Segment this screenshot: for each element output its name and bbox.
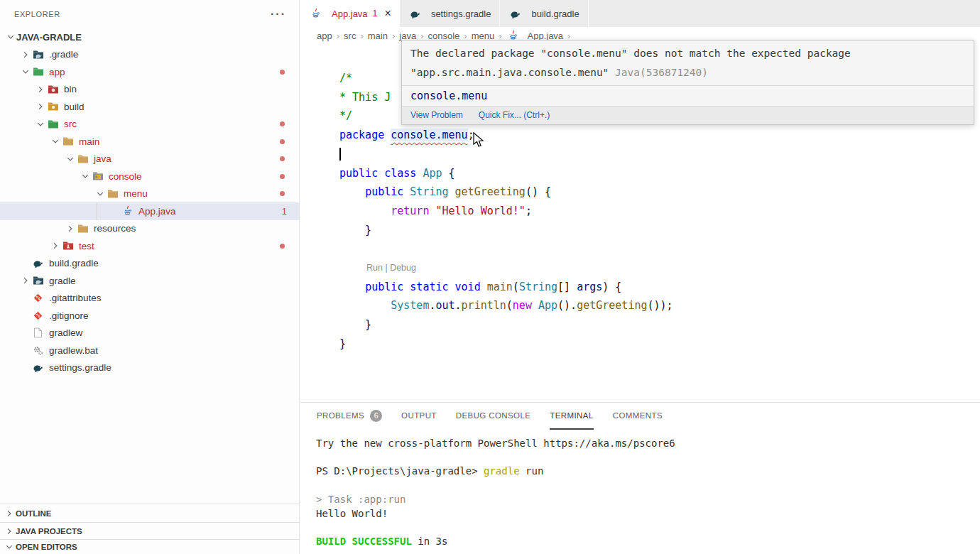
code-token: () { (526, 185, 551, 198)
tree-item-gitattributes[interactable]: .gitattributes (0, 290, 299, 308)
terminal-line: BUILD SUCCESSFUL in 3s (316, 535, 980, 549)
tree-item-test[interactable]: test (0, 237, 299, 255)
chevron-right-icon (64, 224, 76, 233)
debug-link[interactable]: Debug (390, 263, 416, 273)
error-dot-badge (280, 156, 285, 161)
tree-item-label: test (79, 241, 94, 251)
code-line: package console.menu; (339, 126, 980, 145)
code-token: ; (526, 205, 532, 217)
close-icon[interactable]: × (385, 8, 391, 19)
tab-build-gradle[interactable]: build.gradle (500, 0, 588, 27)
tree-item-menu[interactable]: menu (0, 185, 299, 203)
indent-guide (97, 202, 97, 220)
more-actions-icon[interactable]: ··· (271, 8, 286, 21)
terminal-text: gradle (484, 465, 520, 477)
error-message-line2: "app.src.main.java.console.menu" (410, 67, 609, 78)
tree-item-app-java[interactable]: App.java1 (0, 202, 299, 220)
panel-tab-problems[interactable]: PROBLEMS6 (317, 403, 382, 430)
sidebar-section-outline[interactable]: OUTLINE (0, 504, 299, 522)
error-dot-badge (280, 70, 285, 75)
explorer-header: EXPLORER ··· (0, 0, 299, 28)
terminal-text: PS D:\Projects\java-gradle> (316, 465, 484, 477)
tree-item-gradle[interactable]: .gradle (0, 46, 299, 64)
file-tree: JAVA-GRADLE.gradleappbinbuildsrcmainjava… (0, 28, 299, 376)
tree-item-label: App.java (138, 206, 176, 217)
breadcrumb-item-main[interactable]: main (368, 31, 388, 41)
error-hover-popup: The declared package "console.menu" does… (401, 40, 974, 125)
related-package[interactable]: console.menu (402, 85, 974, 106)
tab-label: settings.gradle (431, 9, 491, 19)
panel-tab-debug-console[interactable]: DEBUG CONSOLE (456, 403, 531, 430)
tree-item-gradle[interactable]: gradle (0, 272, 299, 290)
tree-item-settings-gradle[interactable]: settings.gradle (0, 359, 299, 377)
sidebar-section-open-editors[interactable]: OPEN EDITORS (0, 539, 299, 554)
code-token: App (423, 167, 442, 180)
folder-icon (61, 136, 75, 146)
tab-settings-gradle[interactable]: settings.gradle (400, 0, 501, 27)
view-problem-link[interactable]: View Problem (410, 110, 463, 120)
src-folder-icon (46, 119, 60, 129)
tree-item-label: .gitignore (49, 310, 89, 321)
terminal-text: in 3s (412, 536, 448, 547)
git-file-icon (31, 293, 45, 303)
tree-item-src[interactable]: src (0, 116, 299, 134)
code-token: String (519, 281, 557, 293)
code-token: ()); (648, 299, 673, 312)
tree-item-java-gradle[interactable]: JAVA-GRADLE (0, 28, 299, 46)
code-token: { (442, 167, 455, 180)
chevron-right-icon (3, 509, 16, 518)
error-message-line1: The declared package "console.menu" does… (410, 48, 851, 59)
section-label: JAVA PROJECTS (16, 527, 82, 536)
tree-item-label: JAVA-GRADLE (16, 32, 82, 43)
code-token: return (391, 205, 429, 217)
chevron-down-icon (94, 190, 106, 198)
panel-tab-terminal[interactable]: TERMINAL (550, 403, 593, 430)
tree-item-main[interactable]: main (0, 133, 299, 151)
tree-item-label: console (109, 171, 142, 182)
breadcrumb-item-app[interactable]: app (317, 31, 332, 41)
tab-app-java[interactable]: App.java1× (300, 0, 400, 27)
tree-item-gradlew-bat[interactable]: gradlew.bat (0, 342, 299, 359)
terminal-text: > Task :app:run (316, 494, 405, 505)
quick-fix-link[interactable]: Quick Fix... (Ctrl+.) (479, 110, 550, 120)
panel-tab-output[interactable]: OUTPUT (401, 403, 437, 430)
tree-item-resources[interactable]: resources (0, 220, 299, 238)
code-token: args (577, 281, 602, 293)
code-line: System.out.println(new App().getGreeting… (339, 296, 980, 315)
breadcrumb-label: app (317, 31, 332, 41)
tree-item-build[interactable]: build (0, 98, 299, 116)
tree-item-label: settings.gradle (49, 362, 111, 373)
code-line: public String getGreeting() { (339, 183, 980, 202)
popup-action-bar: View ProblemQuick Fix... (Ctrl+.) (402, 106, 974, 124)
tree-item-java[interactable]: java (0, 151, 299, 168)
tree-item-console[interactable]: console (0, 168, 299, 185)
terminal-line (316, 521, 980, 535)
tree-item-build-gradle[interactable]: build.gradle (0, 255, 299, 273)
code-token: out (435, 299, 454, 312)
panel-tab-comments[interactable]: COMMENTS (613, 403, 663, 430)
gradle-folder-icon (31, 276, 45, 286)
terminal-line: PS D:\Projects\java-gradle> gradle run (316, 465, 980, 479)
code-token (403, 281, 410, 293)
package-name-squiggle: console.menu (391, 129, 467, 141)
tree-item-app[interactable]: app (0, 63, 299, 81)
terminal-text: run (520, 465, 544, 477)
terminal-output[interactable]: Try the new cross-platform PowerShell ht… (300, 430, 980, 549)
tree-item-label: app (49, 67, 65, 77)
run-link[interactable]: Run (366, 263, 383, 273)
gradle-file-icon (31, 258, 45, 268)
code-line: public static void main(String[] args) { (339, 278, 980, 297)
gradle-folder-icon (31, 50, 45, 60)
tree-item-gradlew[interactable]: gradlew (0, 325, 299, 342)
breadcrumb-item-src[interactable]: src (344, 31, 356, 41)
tree-item-label: main (79, 136, 99, 147)
tree-item-bin[interactable]: bin (0, 81, 299, 99)
breadcrumb-separator: › (392, 31, 395, 41)
code-token (378, 167, 384, 180)
sidebar-section-java-projects[interactable]: JAVA PROJECTS (0, 522, 299, 539)
tree-item-gitignore[interactable]: .gitignore (0, 307, 299, 325)
tree-item-label: build (64, 102, 85, 112)
tree-item-label: build.gradle (49, 258, 99, 268)
code-token: ) { (602, 281, 621, 293)
code-token: public (365, 281, 403, 293)
